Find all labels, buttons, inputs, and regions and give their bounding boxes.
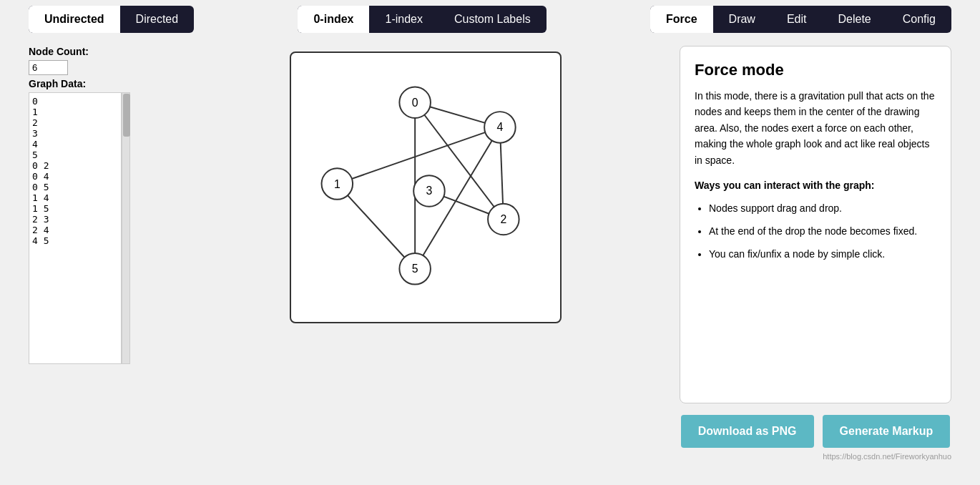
info-description: In this mode, there is a gravitation pul…	[695, 88, 936, 168]
main-content: Node Count: Graph Data: 0 1 2 3 4 5 0 2 …	[0, 39, 980, 468]
config-btn[interactable]: Config	[887, 6, 951, 33]
left-panel: Node Count: Graph Data: 0 1 2 3 4 5 0 2 …	[29, 46, 172, 461]
graph-data-textarea[interactable]: 0 1 2 3 4 5 0 2 0 4 0 5 1 4 1 5 2 3 2 4 …	[29, 92, 122, 364]
node-count-label: Node Count:	[29, 46, 172, 57]
custom-labels-btn[interactable]: Custom Labels	[438, 6, 547, 33]
edge-1-5	[337, 184, 415, 269]
node-label-3: 3	[426, 185, 433, 197]
edge-1-4	[337, 127, 500, 184]
list-item-1: Nodes support drag and drop.	[709, 198, 936, 218]
edit-btn[interactable]: Edit	[771, 6, 823, 33]
undirected-btn[interactable]: Undirected	[29, 6, 120, 33]
1-index-btn[interactable]: 1-index	[369, 6, 438, 33]
direction-group: Undirected Directed	[29, 6, 194, 33]
graph-data-container: 0 1 2 3 4 5 0 2 0 4 0 5 1 4 1 5 2 3 2 4 …	[29, 92, 172, 364]
node-label-5: 5	[412, 263, 418, 275]
interact-list: Nodes support drag and drop. At the end …	[695, 198, 936, 264]
node-label-2: 2	[500, 213, 506, 225]
force-btn[interactable]: Force	[650, 6, 713, 33]
generate-markup-button[interactable]: Generate Markup	[823, 415, 951, 448]
footer-text: https://blog.csdn.net/Fireworkyanhuo	[680, 452, 951, 461]
draw-btn[interactable]: Draw	[713, 6, 771, 33]
directed-btn[interactable]: Directed	[120, 6, 195, 33]
info-title: Force mode	[695, 61, 936, 79]
node-label-1: 1	[334, 178, 340, 190]
info-box: Force mode In this mode, there is a grav…	[680, 46, 951, 403]
index-group: 0-index 1-index Custom Labels	[298, 6, 546, 33]
download-png-button[interactable]: Download as PNG	[681, 415, 814, 448]
mode-group: Force Draw Edit Delete Config	[650, 6, 951, 33]
node-label-0: 0	[412, 97, 418, 109]
scrollbar-track[interactable]	[122, 92, 130, 364]
node-label-4: 4	[496, 121, 503, 133]
scrollbar-thumb	[123, 94, 130, 137]
center-panel: 0 1 2 3 4 5	[186, 46, 665, 461]
top-nav: Undirected Directed 0-index 1-index Cust…	[0, 0, 980, 39]
list-item-3: You can fix/unfix a node by simple click…	[709, 244, 936, 264]
right-panel: Force mode In this mode, there is a grav…	[680, 46, 951, 461]
delete-btn[interactable]: Delete	[823, 6, 887, 33]
graph-data-label: Graph Data:	[29, 78, 172, 89]
0-index-btn[interactable]: 0-index	[298, 6, 369, 33]
graph-svg: 0 1 2 3 4 5	[291, 53, 560, 322]
bottom-buttons: Download as PNG Generate Markup	[680, 415, 951, 448]
interact-subtitle: Ways you can interact with the graph:	[695, 180, 936, 191]
node-count-input[interactable]	[29, 60, 68, 75]
list-item-2: At the end of the drop the node becomes …	[709, 221, 936, 241]
graph-canvas[interactable]: 0 1 2 3 4 5	[290, 52, 562, 323]
